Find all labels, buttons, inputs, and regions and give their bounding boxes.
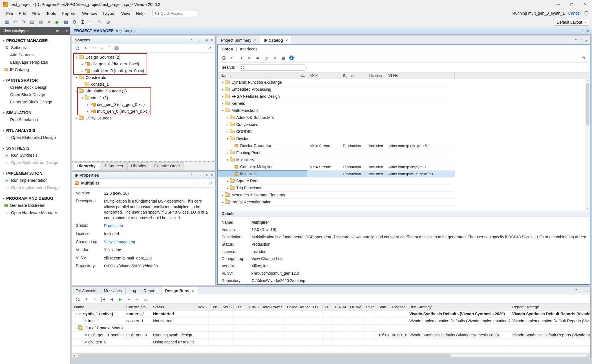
source-tree-item-constraints[interactable]: ▾Constraints [72,74,215,81]
gear-icon[interactable]: ⚙ [581,55,586,60]
collapse-all-icon[interactable]: « [230,56,235,60]
nav-section-header-rtl-analysis[interactable]: ▾RTL ANALYSIS [0,127,70,134]
close-icon[interactable]: × [286,38,288,43]
sidebar-item-open-implemented-design[interactable]: ▸Open Implemented Design [0,184,70,191]
chevron-right-icon[interactable]: ▸ [74,117,79,120]
sidebar-item-run-simulation[interactable]: Run Simulation [0,116,70,123]
scroll-left-icon[interactable]: ◀ [72,354,76,358]
ip-properties-help-icon[interactable]: ? [190,173,192,177]
catalog-row-memories-storage-elements[interactable]: ▸Memories & Storage Elements [218,192,455,199]
chevron-down-icon[interactable]: ▾ [221,109,225,112]
maximize-button[interactable]: □ [565,0,578,9]
chevron-right-icon[interactable]: ▸ [226,116,230,119]
catalog-row-conversions[interactable]: ▸Conversions [218,121,455,128]
quick-access-search[interactable]: Quick Access [153,10,197,16]
ip-properties-minimize-icon[interactable]: ─ [195,173,197,177]
add-icon[interactable]: + [100,46,105,51]
sources-close-icon[interactable]: × [211,38,213,42]
chevron-right-icon[interactable]: ▸ [221,102,225,105]
sources-help-icon[interactable]: ? [190,38,192,42]
catalog-row-partial-reconfiguration[interactable]: ▸Partial Reconfiguration [218,199,455,206]
source-tree-item-utility-sources[interactable]: ▸Utility Sources [72,115,215,121]
chevron-right-icon[interactable]: ▸ [86,110,90,113]
menu-file[interactable]: File [3,10,16,17]
workspace-help-icon[interactable]: ? [581,29,583,33]
chevron-right-icon[interactable]: ▸ [221,95,225,98]
run-icon[interactable]: ▶ [54,19,61,26]
ip-properties-close-icon[interactable]: × [211,173,213,177]
back-arrow-icon[interactable]: ← [195,181,199,185]
gear-icon[interactable]: ⚙ [209,181,213,185]
sources-float-icon[interactable]: □ [200,38,202,42]
run-row-impl-1[interactable]: ▷impl_1constrs_1Not startedVivado Implem… [72,318,590,325]
navigator-collapse-icon[interactable]: « [66,29,68,33]
restore-layout-icon[interactable]: ⇄ [255,55,260,60]
runs-column-ths[interactable]: THS [234,304,246,310]
catalog-row-trig-functions[interactable]: ▸Trig Functions [218,185,455,192]
close-icon[interactable]: × [254,38,256,43]
sources-tab-ip-sources[interactable]: IP Sources [100,162,127,170]
runs-column-failed-routes[interactable]: Failed Routes [285,304,311,310]
edit-icon[interactable]: ✎ [96,19,103,26]
chevron-right-icon[interactable]: ▸ [221,201,225,204]
play-icon[interactable]: ▶ [118,297,123,302]
catalog-search-input[interactable] [238,64,307,71]
nav-section-header-ip-integrator[interactable]: ▾IP INTEGRATOR [0,77,70,84]
source-tree-item-simulation-sources[interactable]: ▾Simulation Sources (2) [72,88,215,94]
catalog-row-multipliers[interactable]: ▾Multipliers [218,156,455,163]
tab-log[interactable]: Log [126,287,140,295]
source-tree-item-constrs-1[interactable]: constrs_1 [72,81,215,88]
step-forward-icon[interactable]: » [126,297,131,302]
chevron-down-icon[interactable]: ▾ [74,90,79,93]
sidebar-item-open-elaborated-design[interactable]: ▸Open Elaborated Design [0,134,70,141]
menu-layout[interactable]: Layout [100,10,118,17]
chevron-down-icon[interactable]: ▾ [74,76,79,79]
sidebar-item-create-block-design[interactable]: Create Block Design [0,84,70,91]
runs-column-whs[interactable]: WHS [221,304,234,310]
menu-help[interactable]: Help [133,10,147,17]
sidebar-item-settings[interactable]: ⚙Settings [0,44,70,51]
ip-properties-maximize-icon[interactable]: ↗ [205,173,208,177]
collapse-all-icon[interactable]: « [83,46,89,51]
run-row-div-gen-0[interactable]: ✔div_gen_0Using cached IP results [72,339,590,346]
device-icon[interactable]: ▦ [281,55,286,60]
catalog-maximize-icon[interactable]: ↗ [585,38,588,43]
runs-column-uram[interactable]: URAM [348,304,364,310]
chevron-right-icon[interactable]: ▸ [226,187,230,190]
runs-column-tpws[interactable]: TPWS [246,304,260,310]
runs-column-total-power[interactable]: Total Power [260,304,285,310]
source-tree-item-mult-gen-0[interactable]: ▸mult_gen_0 (mult_gen_0.xci) [72,108,215,115]
debug-probe-icon[interactable]: ⊕ [104,19,112,26]
catalog-row-math-functions[interactable]: ▾Math Functions [218,107,455,114]
search-icon[interactable] [222,56,226,60]
catalog-help-icon[interactable]: ? [575,38,577,42]
tab-project-summary[interactable]: Project Summary× [217,36,260,44]
sidebar-item-run-implementation[interactable]: ▶Run Implementation [0,177,70,184]
info-icon[interactable]: i [289,56,294,60]
navigator-dock-icon[interactable]: ⇄ [56,29,59,33]
runs-column-ff[interactable]: FF [323,304,333,310]
runs-column-name[interactable]: Name [72,304,124,310]
runs-column-elapsed[interactable]: Elapsed [390,304,407,310]
catalog-row-divider-generator[interactable]: Divider GeneratorAXI4-StreamProductionIn… [218,142,455,149]
menu-window[interactable]: Window [79,10,100,17]
source-tree-item-mult-gen-0[interactable]: ▸mult_gen_0 (mult_gen_0.xci) [72,67,215,74]
chevron-down-icon[interactable]: ▾ [226,137,230,140]
catalog-row-square-root[interactable]: ▸Square Root [218,177,455,185]
workspace-close-icon[interactable]: × [587,29,589,33]
property-link[interactable]: View Change Log [104,239,212,245]
scrollbar-thumb[interactable] [78,354,451,357]
close-icon[interactable]: × [192,288,194,293]
percent-icon[interactable]: % [143,297,148,302]
link-icon[interactable]: ∞ [272,55,277,60]
source-tree-item-design-sources[interactable]: ▾Design Sources (2) [72,54,215,61]
scroll-up-icon[interactable]: ▲ [586,79,590,82]
navigator-help-icon[interactable]: ? [61,29,63,33]
sources-tab-hierarchy[interactable]: Hierarchy [74,162,99,170]
source-tree-item-sim-1[interactable]: ▾sim_1 (2) [72,94,215,101]
nav-section-header-project-manager[interactable]: ▾PROJECT MANAGER [0,37,70,44]
column-header-status[interactable]: Status [340,72,366,79]
step-back-icon[interactable]: ◀ [109,297,114,302]
column-header-vlnv[interactable]: VLNV [386,72,455,79]
search-icon[interactable] [76,297,80,301]
